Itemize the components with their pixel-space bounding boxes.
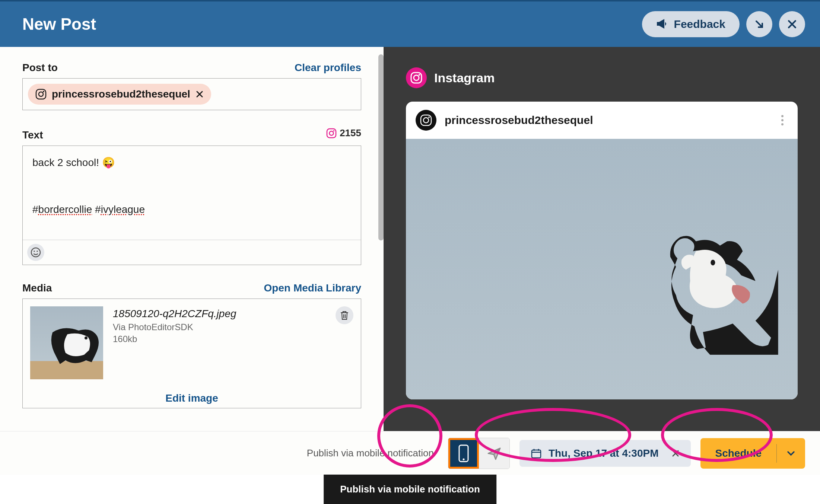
chip-remove-icon[interactable]	[196, 90, 204, 98]
close-icon	[787, 19, 797, 29]
platform-name: Instagram	[434, 71, 495, 85]
edit-image-link[interactable]: Edit image	[23, 387, 361, 408]
feedback-label: Feedback	[674, 18, 725, 31]
schedule-button[interactable]: Schedule	[700, 438, 805, 469]
text-label: Text	[22, 129, 43, 141]
schedule-date-picker[interactable]: Thu, Sep 17 at 4:30PM	[519, 440, 691, 467]
clear-date-icon[interactable]	[671, 449, 680, 457]
svg-rect-10	[411, 73, 422, 83]
instagram-icon	[326, 128, 337, 138]
svg-point-2	[43, 91, 44, 92]
feedback-button[interactable]: Feedback	[642, 11, 740, 37]
minimize-button[interactable]	[746, 11, 772, 37]
scrollbar[interactable]	[378, 54, 384, 240]
svg-point-16	[711, 260, 715, 265]
svg-point-4	[330, 131, 334, 135]
svg-point-1	[39, 92, 43, 96]
platform-badge	[406, 67, 427, 88]
instagram-icon	[410, 71, 423, 84]
schedule-date-text: Thu, Sep 17 at 4:30PM	[549, 447, 659, 459]
post-to-label: Post to	[22, 62, 58, 74]
instagram-icon	[420, 114, 432, 127]
svg-point-6	[31, 248, 40, 257]
media-box: 18509120-q2H2CZFq.jpeg Via PhotoEditorSD…	[22, 299, 361, 408]
svg-point-5	[333, 130, 335, 131]
schedule-dropdown-arrow[interactable]	[777, 450, 805, 456]
open-media-library-link[interactable]: Open Media Library	[264, 282, 361, 294]
publish-mode-toggle	[448, 438, 510, 469]
text-input[interactable]: back 2 school! 😜#bordercollie #ivyleague	[23, 146, 361, 240]
media-filename: 18509120-q2H2CZFq.jpeg	[113, 308, 353, 320]
megaphone-icon	[656, 19, 668, 29]
header-actions: Feedback	[642, 11, 805, 37]
smiley-icon	[31, 247, 41, 258]
clear-profiles-link[interactable]: Clear profiles	[295, 62, 361, 74]
delete-media-button[interactable]	[336, 306, 353, 324]
char-count-value: 2155	[340, 127, 361, 139]
media-source: Via PhotoEditorSDK	[113, 322, 353, 332]
preview-more-button[interactable]	[777, 115, 788, 125]
footer-bar: Publish via mobile notification Thu, Sep…	[0, 431, 820, 475]
svg-point-18	[463, 458, 464, 460]
svg-point-15	[428, 117, 430, 118]
svg-rect-13	[421, 115, 431, 125]
tooltip: Publish via mobile notification	[324, 475, 496, 504]
arrow-down-right-icon	[754, 19, 765, 29]
preview-avatar	[416, 110, 436, 131]
svg-rect-3	[327, 129, 336, 138]
svg-point-8	[36, 251, 38, 252]
media-item: 18509120-q2H2CZFq.jpeg Via PhotoEditorSD…	[23, 299, 361, 387]
svg-point-14	[423, 118, 429, 123]
chevron-down-icon	[786, 450, 795, 456]
compose-panel: Post to Clear profiles princessrosebud2t…	[0, 47, 384, 460]
direct-publish-toggle[interactable]	[479, 438, 509, 469]
page-title: New Post	[22, 15, 96, 34]
svg-rect-0	[36, 89, 46, 99]
svg-point-12	[419, 74, 420, 76]
profile-selector[interactable]: princessrosebud2thesequel	[22, 78, 361, 110]
profile-chip: princessrosebud2thesequel	[28, 84, 211, 105]
publish-mode-label: Publish via mobile notification	[307, 447, 434, 459]
close-button[interactable]	[779, 11, 805, 37]
media-size: 160kb	[113, 334, 353, 344]
svg-point-9	[85, 336, 88, 339]
text-toolbar	[23, 240, 361, 265]
schedule-button-label: Schedule	[700, 447, 776, 459]
calendar-icon	[531, 448, 542, 459]
char-counter: 2155	[326, 127, 361, 139]
svg-rect-19	[532, 450, 541, 458]
media-thumbnail[interactable]	[30, 306, 103, 379]
instagram-icon	[35, 89, 47, 100]
preview-card: princessrosebud2thesequel	[406, 102, 798, 399]
text-editor: back 2 school! 😜#bordercollie #ivyleague	[22, 146, 361, 265]
emoji-picker-button[interactable]	[27, 244, 44, 261]
profile-chip-name: princessrosebud2thesequel	[52, 88, 190, 100]
preview-username: princessrosebud2thesequel	[445, 114, 769, 127]
mobile-icon	[458, 444, 470, 462]
media-label: Media	[22, 282, 52, 294]
trash-icon	[340, 310, 349, 320]
modal-header: New Post Feedback	[0, 0, 820, 47]
preview-panel: Instagram princessrosebud2thesequel	[384, 47, 820, 460]
send-icon	[487, 446, 502, 461]
svg-point-11	[414, 75, 419, 80]
mobile-notification-toggle[interactable]	[448, 438, 479, 469]
svg-point-7	[34, 251, 35, 252]
preview-image	[406, 139, 798, 399]
